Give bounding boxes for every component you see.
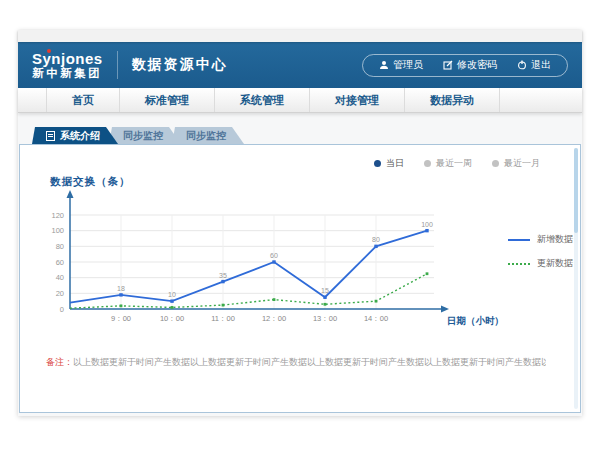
data-label: 80: [372, 236, 380, 243]
x-tick-label: 10：00: [160, 314, 184, 323]
nav-item-3[interactable]: 对接管理: [310, 88, 405, 112]
data-label: 100: [421, 221, 433, 228]
data-point: [170, 299, 173, 302]
data-point: [426, 272, 429, 275]
app-header: Synjones 新中新集团 数据资源中心 管理员修改密码退出: [18, 42, 582, 88]
account-item-2[interactable]: 退出: [517, 58, 551, 72]
data-point: [171, 306, 174, 309]
nav-item-0[interactable]: 首页: [46, 88, 120, 112]
account-item-label: 修改密码: [457, 58, 497, 72]
data-point: [324, 303, 327, 306]
chart-legend: 新增数据更新数据: [508, 233, 573, 281]
data-point: [120, 304, 123, 307]
app-window: Synjones 新中新集团 数据资源中心 管理员修改密码退出 首页标准管理系统…: [18, 30, 582, 416]
brand-name-cn: 新中新集团: [32, 67, 103, 79]
account-bar: 管理员修改密码退出: [362, 54, 568, 77]
nav-item-1[interactable]: 标准管理: [120, 88, 215, 112]
footer-note: 备注：以上数据更新于时间产生数据以上数据更新于时间产生数据以上数据更新于时间产生…: [46, 356, 546, 369]
radio-label: 当日: [386, 157, 404, 170]
data-point: [374, 245, 377, 248]
x-tick-label: 9：00: [111, 314, 131, 323]
range-filter-group: 当日最近一周最近一月: [374, 157, 540, 170]
legend-line-icon: [508, 263, 530, 265]
radio-label: 最近一周: [436, 157, 472, 170]
nav-item-2[interactable]: 系统管理: [215, 88, 310, 112]
data-point: [221, 280, 224, 283]
brand-name: Synjones: [32, 51, 103, 67]
data-point: [323, 296, 326, 299]
radio-icon: [492, 160, 499, 167]
data-point: [375, 300, 378, 303]
x-tick-label: 14：00: [364, 314, 388, 323]
data-label: 10: [168, 291, 176, 298]
data-point: [119, 293, 122, 296]
radio-icon: [424, 160, 431, 167]
panel-scrollbar-track[interactable]: [574, 148, 578, 409]
y-axis-arrow-icon: [67, 190, 74, 198]
legend-line-icon: [508, 239, 530, 241]
footer-note-prefix: 备注：: [46, 357, 73, 367]
range-filter-1[interactable]: 最近一周: [424, 157, 472, 170]
data-label: 35: [219, 272, 227, 279]
legend-item-1[interactable]: 更新数据: [508, 257, 573, 270]
top-strip: [18, 30, 582, 42]
legend-label: 更新数据: [537, 257, 573, 270]
x-axis-arrow-icon: [441, 306, 449, 313]
range-filter-0[interactable]: 当日: [374, 157, 404, 170]
account-item-label: 管理员: [393, 58, 423, 72]
data-point: [272, 260, 275, 263]
data-point: [222, 304, 225, 307]
x-tick-label: 11：00: [211, 314, 235, 323]
brand-logo: Synjones 新中新集团: [32, 51, 103, 79]
user-icon: [379, 60, 389, 70]
y-tick-label: 0: [60, 305, 64, 314]
tab-bar: 系统介绍同步监控同步监控: [32, 127, 244, 144]
legend-item-0[interactable]: 新增数据: [508, 233, 573, 246]
power-icon: [517, 60, 527, 70]
screen: Synjones 新中新集团 数据资源中心 管理员修改密码退出 首页标准管理系统…: [0, 0, 600, 450]
y-axis-title: 数据交换（条）: [50, 175, 131, 189]
system-intro-panel: 当日最近一周最近一月 数据交换（条） 0204060801001209：0010…: [19, 144, 581, 413]
tab-label: 同步监控: [123, 129, 163, 143]
exchange-line-chart: 0204060801001209：0010：0011：0012：0013：001…: [32, 189, 502, 339]
page-title: 数据资源中心: [132, 56, 228, 74]
legend-label: 新增数据: [537, 233, 573, 246]
panel-scrollbar-thumb[interactable]: [574, 148, 578, 233]
x-tick-label: 13：00: [313, 314, 337, 323]
radio-selected-icon: [374, 160, 381, 167]
nav-item-4[interactable]: 数据异动: [405, 88, 500, 112]
main-nav: 首页标准管理系统管理对接管理数据异动: [18, 88, 582, 113]
account-item-0[interactable]: 管理员: [379, 58, 423, 72]
y-tick-label: 20: [56, 289, 64, 298]
tab-label: 系统介绍: [60, 129, 100, 143]
footer-note-text: 以上数据更新于时间产生数据以上数据更新于时间产生数据以上数据更新于时间产生数据以…: [73, 357, 546, 367]
radio-label: 最近一月: [504, 157, 540, 170]
y-tick-label: 60: [56, 258, 64, 267]
header-divider: [117, 51, 118, 79]
edit-icon: [443, 60, 453, 70]
tab-1[interactable]: 同步监控: [109, 127, 181, 144]
y-tick-label: 100: [51, 226, 64, 235]
account-item-1[interactable]: 修改密码: [443, 58, 497, 72]
data-point: [273, 298, 276, 301]
doc-icon: [46, 131, 55, 141]
y-tick-label: 40: [56, 273, 64, 282]
y-tick-label: 80: [56, 242, 64, 251]
range-filter-2[interactable]: 最近一月: [492, 157, 540, 170]
data-label: 15: [321, 287, 329, 294]
data-point: [425, 229, 428, 232]
tab-label: 同步监控: [186, 129, 226, 143]
account-item-label: 退出: [531, 58, 551, 72]
x-axis-title: 日期（小时）: [447, 315, 502, 327]
data-label: 18: [117, 285, 125, 292]
y-tick-label: 120: [51, 211, 64, 220]
tab-2[interactable]: 同步监控: [172, 127, 244, 144]
x-tick-label: 12：00: [262, 314, 286, 323]
content-area: 系统介绍同步监控同步监控 当日最近一周最近一月 数据交换（条） 02040608…: [18, 113, 582, 416]
data-label: 60: [270, 252, 278, 259]
tab-0[interactable]: 系统介绍: [32, 127, 118, 144]
